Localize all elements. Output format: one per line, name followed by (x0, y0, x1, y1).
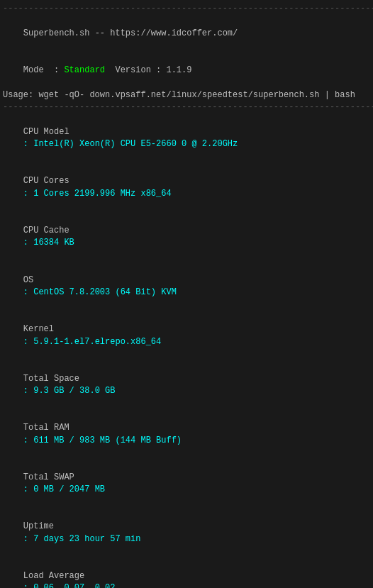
version-value: 1.1.9 (166, 65, 191, 75)
uptime-label: Uptime (23, 521, 54, 531)
cpu-model-row: CPU Model : Intel(R) Xeon(R) CPU E5-2660… (3, 114, 370, 164)
kernel-label: Kernel (23, 324, 54, 334)
title-text: Superbench.sh -- https://www.idcoffer.co… (23, 28, 238, 38)
load-avg-value: : 0.06, 0.07, 0.02 (23, 583, 116, 588)
cpu-cores-label: CPU Cores (23, 176, 69, 186)
title-line: Superbench.sh -- https://www.idcoffer.co… (3, 15, 370, 52)
total-swap-value: : 0 MB / 2047 MB (23, 484, 105, 494)
mode-line: Mode : Standard Version : 1.1.9 (3, 52, 370, 89)
cpu-model-value: : Intel(R) Xeon(R) CPU E5-2660 0 @ 2.20G… (23, 139, 238, 149)
terminal: ----------------------------------------… (3, 3, 370, 588)
total-space-value: : 9.3 GB / 38.0 GB (23, 386, 116, 396)
version-label: Version : (105, 65, 166, 75)
cpu-model-label: CPU Model (23, 127, 69, 137)
total-ram-label: Total RAM (23, 423, 69, 433)
total-space-label: Total Space (23, 374, 79, 384)
kernel-row: Kernel : 5.9.1-1.el7.elrepo.x86_64 (3, 311, 370, 361)
os-label: OS (23, 275, 33, 285)
mode-label: Mode : (23, 65, 65, 75)
total-swap-label: Total SWAP (23, 472, 74, 482)
load-avg-label: Load Average (23, 571, 84, 581)
divider-top: ----------------------------------------… (3, 3, 370, 15)
cmd-line: Usage: wget -qO- down.vpsaff.net/linux/s… (3, 89, 370, 101)
os-row: OS : CentOS 7.8.2003 (64 Bit) KVM (3, 262, 370, 311)
uptime-value: : 7 days 23 hour 57 min (23, 534, 141, 544)
total-swap-row: Total SWAP : 0 MB / 2047 MB (3, 459, 370, 509)
total-ram-row: Total RAM : 611 MB / 983 MB (144 MB Buff… (3, 410, 370, 460)
divider-2: ----------------------------------------… (3, 101, 370, 113)
cpu-cache-label: CPU Cache (23, 226, 69, 235)
mode-value: Standard (64, 65, 105, 75)
total-space-row: Total Space : 9.3 GB / 38.0 GB (3, 360, 370, 410)
total-ram-value: : 611 MB / 983 MB (144 MB Buff) (23, 436, 182, 445)
uptime-row: Uptime : 7 days 23 hour 57 min (3, 509, 370, 558)
kernel-value: : 5.9.1-1.el7.elrepo.x86_64 (23, 337, 161, 347)
load-avg-row: Load Average : 0.06, 0.07, 0.02 (3, 558, 370, 588)
cpu-cache-value: : 16384 KB (23, 238, 74, 248)
cpu-cache-row: CPU Cache : 16384 KB (3, 213, 370, 262)
cpu-cores-value: : 1 Cores 2199.996 MHz x86_64 (23, 189, 172, 199)
cpu-cores-row: CPU Cores : 1 Cores 2199.996 MHz x86_64 (3, 163, 370, 213)
os-value: : CentOS 7.8.2003 (64 Bit) KVM (23, 287, 177, 297)
